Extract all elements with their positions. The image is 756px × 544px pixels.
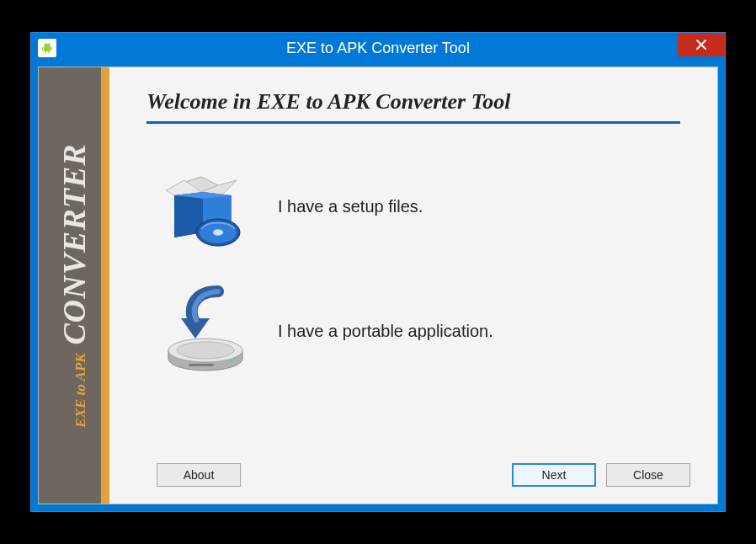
close-button[interactable]: Close [606, 463, 690, 487]
window-close-button[interactable] [678, 33, 725, 56]
sidebar-brand: EXE to APK CONVERTER [39, 67, 109, 504]
page-heading: Welcome in EXE to APK Converter Tool [146, 89, 680, 124]
svg-rect-5 [45, 51, 45, 54]
button-bar: About Next Close [146, 456, 690, 495]
option-portable-label: I have a portable application. [278, 322, 493, 341]
app-window: EXE to APK Converter Tool EXE to APK CON… [30, 32, 726, 512]
svg-rect-3 [42, 47, 43, 51]
setup-box-icon [158, 159, 253, 253]
brand-big: CONVERTER [56, 143, 93, 344]
svg-point-16 [213, 230, 223, 236]
brand-small: EXE to APK [72, 354, 89, 428]
svg-point-20 [177, 342, 234, 359]
svg-rect-2 [44, 47, 51, 51]
main-panel: Welcome in EXE to APK Converter Tool [109, 67, 717, 504]
option-setup-files[interactable]: I have a setup files. [146, 159, 690, 253]
svg-rect-4 [51, 47, 52, 51]
brand-text: EXE to APK CONVERTER [56, 143, 93, 427]
close-icon [695, 39, 707, 51]
svg-point-1 [49, 43, 50, 44]
svg-rect-6 [48, 51, 49, 54]
svg-rect-21 [189, 364, 214, 366]
download-drive-icon [158, 284, 253, 378]
svg-point-22 [230, 359, 233, 362]
window-title: EXE to APK Converter Tool [31, 40, 725, 57]
sidebar-accent-stripe [101, 67, 109, 504]
next-button[interactable]: Next [512, 463, 596, 487]
svg-point-0 [45, 43, 45, 44]
android-icon [38, 39, 56, 57]
option-setup-label: I have a setup files. [278, 197, 423, 216]
title-bar[interactable]: EXE to APK Converter Tool [31, 33, 725, 63]
about-button[interactable]: About [157, 463, 241, 487]
client-area: EXE to APK CONVERTER Welcome in EXE to A… [38, 67, 718, 504]
option-portable-app[interactable]: I have a portable application. [146, 284, 690, 378]
